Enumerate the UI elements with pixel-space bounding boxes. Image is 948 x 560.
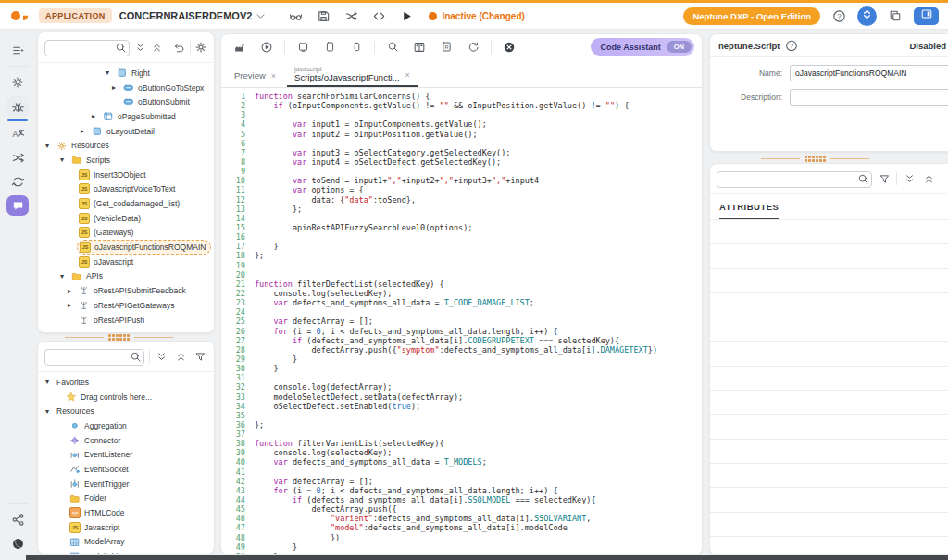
attribute-value-cell[interactable]: [830, 367, 948, 390]
tree-item[interactable]: Connector: [38, 433, 214, 448]
tree-item[interactable]: EventSocket: [38, 462, 214, 477]
outline-icon[interactable]: [6, 40, 29, 60]
tree-item[interactable]: <>HTMLCode: [38, 505, 214, 520]
device-desktop-icon[interactable]: [293, 38, 312, 56]
attributes-table-row[interactable]: [710, 367, 948, 391]
attribute-name-cell[interactable]: [710, 440, 830, 463]
attribute-value-cell[interactable]: [830, 415, 948, 438]
chevron-right-icon[interactable]: ▸: [81, 127, 90, 135]
attribute-value-cell[interactable]: [830, 513, 948, 536]
app-name-dropdown[interactable]: CONCERNRAISERDEMOV2: [119, 10, 267, 21]
tree-item[interactable]: ▾Scripts: [38, 153, 214, 168]
expand-all-icon[interactable]: [174, 347, 189, 366]
undo-icon[interactable]: [173, 38, 185, 56]
help-icon[interactable]: ?: [830, 6, 848, 25]
tree-item[interactable]: ▾Resources: [38, 404, 214, 418]
attribute-name-cell[interactable]: [710, 244, 830, 268]
settings-icon[interactable]: [6, 72, 29, 93]
save-icon[interactable]: [314, 6, 332, 25]
attributes-table-row[interactable]: [710, 269, 948, 293]
disabled-toggle-label[interactable]: Disabled: [909, 41, 948, 51]
collapse-all-icon[interactable]: [902, 169, 917, 188]
tree-item[interactable]: ▸oLayoutDetail: [38, 124, 214, 139]
code-line[interactable]: 20: [221, 270, 702, 280]
vertical-resize-handle[interactable]: [761, 156, 869, 162]
tree-item[interactable]: oButtonSubmit: [38, 94, 214, 109]
collapse-all-icon[interactable]: [134, 38, 146, 56]
attribute-value-cell[interactable]: [830, 244, 948, 268]
theme-globe-icon[interactable]: [6, 533, 29, 554]
vertical-resize-handle[interactable]: [65, 334, 173, 341]
attribute-name-cell[interactable]: [710, 415, 830, 438]
code-line[interactable]: 48 }): [221, 533, 702, 542]
tab-script-file[interactable]: javascript Scripts/oJavascriptFuncti... …: [287, 66, 418, 87]
tree-item[interactable]: Folder: [38, 492, 214, 506]
attribute-name-cell[interactable]: [710, 342, 830, 365]
attributes-table-row[interactable]: [710, 513, 948, 537]
tab-attributes[interactable]: ATTRIBUTES: [719, 202, 779, 219]
chevron-right-icon[interactable]: ▸: [68, 287, 77, 295]
attributes-table-row[interactable]: [710, 391, 948, 415]
tree-item[interactable]: ▸oRestAPISubmitFeedback: [38, 283, 214, 298]
attribute-name-cell[interactable]: [710, 367, 830, 390]
chevron-down-icon[interactable]: ▾: [60, 272, 69, 280]
code-line[interactable]: 12 data: {"data":toSend},: [221, 195, 702, 205]
assistant-icon[interactable]: [6, 195, 29, 216]
attribute-name-cell[interactable]: [710, 317, 830, 341]
search-icon[interactable]: [383, 38, 402, 56]
tree-item[interactable]: JSInsert3DObject: [38, 168, 214, 182]
code-line[interactable]: 45 defectArray.push({: [221, 504, 702, 514]
name-input[interactable]: [790, 65, 948, 81]
code-line[interactable]: 42 var defectArray = [];: [221, 477, 702, 486]
chevron-down-icon[interactable]: ▾: [45, 378, 55, 386]
code-line[interactable]: 23 var defects_and_symptoms_all_data = T…: [221, 298, 702, 307]
tree-item[interactable]: ▸oRestAPIGetGateways: [38, 298, 214, 313]
translate-icon[interactable]: A: [6, 123, 29, 143]
attributes-table-row[interactable]: [710, 440, 948, 464]
tree-item[interactable]: ▾APIs: [38, 269, 214, 284]
code-line[interactable]: 35: [221, 411, 702, 420]
attribute-name-cell[interactable]: [710, 269, 830, 292]
chevron-down-icon[interactable]: ▾: [106, 68, 115, 77]
attribute-value-cell[interactable]: [830, 464, 948, 487]
loop-icon[interactable]: [6, 171, 29, 192]
code-line[interactable]: 43 for (i = 0; i < defects_and_symptoms_…: [221, 486, 702, 495]
attributes-search-input[interactable]: [717, 171, 872, 188]
code-line[interactable]: 19: [221, 261, 702, 270]
code-line[interactable]: 17 }: [221, 242, 702, 251]
close-icon[interactable]: ×: [405, 70, 410, 80]
bookmark-icon[interactable]: R: [437, 38, 455, 56]
code-line[interactable]: 5 var input2 = oInputPosition.getValue()…: [221, 130, 702, 139]
test-flow-icon[interactable]: [342, 6, 360, 25]
code-line[interactable]: 4 var input1 = oInputComponents.getValue…: [221, 119, 702, 129]
code-line[interactable]: 38function filterVarientList(selectedKey…: [221, 439, 702, 448]
attribute-value-cell[interactable]: [830, 391, 948, 414]
tab-preview[interactable]: Preview ×: [227, 70, 283, 87]
panel-layout-button[interactable]: [914, 7, 939, 25]
code-line[interactable]: 32 console.log(defectArray);: [221, 382, 702, 392]
code-line[interactable]: 16: [221, 232, 702, 242]
attribute-value-cell[interactable]: [830, 317, 948, 341]
share-nodes-icon[interactable]: [6, 509, 29, 529]
copy-icon[interactable]: [886, 6, 904, 25]
attribute-value-cell[interactable]: [830, 293, 948, 317]
chevron-right-icon[interactable]: ▸: [112, 83, 121, 92]
attributes-table-row[interactable]: [710, 464, 948, 488]
attributes-table-row[interactable]: [710, 488, 948, 512]
tree-item[interactable]: Drag controls here...: [38, 390, 214, 404]
code-line[interactable]: 39 console.log(selectedKey);: [221, 448, 702, 457]
run-icon[interactable]: [397, 6, 416, 25]
expand-all-icon[interactable]: [151, 38, 163, 56]
code-line[interactable]: 36};: [221, 420, 702, 429]
attribute-name-cell[interactable]: [710, 220, 830, 243]
attribute-value-cell[interactable]: [830, 537, 948, 555]
tree-item[interactable]: ▾Favorites: [38, 375, 214, 390]
code-line[interactable]: 27 if (defects_and_symptoms_all_data[i].…: [221, 336, 702, 345]
description-input[interactable]: [790, 89, 948, 106]
attribute-value-cell[interactable]: [830, 220, 948, 243]
help-icon[interactable]: ?: [785, 39, 798, 52]
tree-item[interactable]: ModelArray: [38, 535, 214, 550]
attribute-name-cell[interactable]: [710, 513, 830, 536]
tree-settings-icon[interactable]: [194, 38, 207, 56]
code-line[interactable]: 30 }: [221, 364, 702, 373]
